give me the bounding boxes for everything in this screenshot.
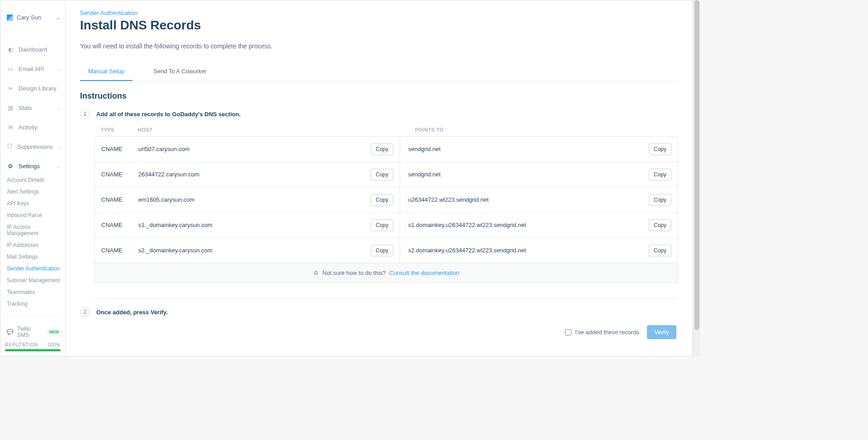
sidebar-divider: [5, 316, 61, 317]
new-badge: NEW: [47, 329, 61, 335]
added-checkbox-label[interactable]: I've added these records.: [565, 329, 641, 336]
copy-points-button[interactable]: Copy: [649, 219, 671, 231]
nav-settings[interactable]: ⚙ Settings ⌄: [5, 156, 61, 176]
reputation-label: REPUTATION: [5, 342, 38, 347]
settings-subnav: Account Details Alert Settings API Keys …: [5, 174, 61, 310]
step-number: 1: [80, 109, 90, 119]
nav-dashboard[interactable]: ◐ Dashboard: [5, 40, 61, 59]
gear-icon: ⚙: [313, 270, 319, 276]
verify-button[interactable]: Verify: [647, 325, 676, 339]
header-host: HOST: [138, 127, 407, 132]
cell-host: em1605.carysun.com Copy: [138, 187, 400, 212]
nav-label: Activity: [19, 124, 37, 131]
subnav-ip-addresses[interactable]: IP Addresses: [5, 239, 61, 251]
reputation-widget: REPUTATION 100%: [5, 342, 61, 351]
cell-points: sendgrid.net Copy: [400, 162, 671, 187]
reputation-bar: [5, 349, 61, 351]
cell-points: sendgrid.net Copy: [400, 137, 671, 161]
step-number: 2: [80, 307, 90, 317]
subnav-teammates[interactable]: Teammates: [5, 286, 61, 298]
instructions-heading: Instructions: [80, 91, 678, 101]
chat-icon: 💬: [7, 329, 14, 335]
nav-label: Email API: [19, 66, 44, 72]
subnav-inbound-parse[interactable]: Inbound Parse: [5, 209, 61, 221]
envelope-icon: ✉: [7, 124, 14, 131]
copy-host-button[interactable]: Copy: [371, 245, 393, 256]
nav-activity[interactable]: ✉ Activity: [5, 118, 61, 137]
cell-type: CNAME: [101, 171, 138, 178]
points-value: s2.domainkey.u26344722.wl223.sendgrid.ne…: [408, 247, 644, 254]
host-value: s1._domainkey.carysun.com: [138, 222, 366, 228]
primary-nav: ◐ Dashboard ▭ Email API ⌄ ✂ Design Libra…: [5, 40, 61, 310]
header-type: TYPE: [101, 127, 138, 132]
copy-host-button[interactable]: Copy: [371, 169, 393, 180]
copy-points-button[interactable]: Copy: [649, 245, 671, 256]
dns-table: CNAME url507.carysun.com Copy sendgrid.n…: [94, 136, 678, 283]
nav-stats[interactable]: ▥ Stats ⌄: [5, 98, 61, 118]
docs-link[interactable]: Consult the documentation: [389, 270, 459, 276]
chevron-down-icon: ⌄: [57, 105, 61, 111]
nav-email-api[interactable]: ▭ Email API ⌄: [5, 59, 61, 79]
nav-design-library[interactable]: ✂ Design Library: [5, 79, 61, 98]
copy-host-button[interactable]: Copy: [371, 143, 393, 155]
host-value: 26344722.carysun.com: [138, 171, 366, 178]
page-title: Install DNS Records: [80, 18, 678, 33]
copy-host-button[interactable]: Copy: [371, 219, 393, 231]
scissors-icon: ✂: [7, 85, 14, 92]
tab-manual-setup[interactable]: Manual Setup: [80, 62, 132, 81]
cell-host: s1._domainkey.carysun.com Copy: [138, 213, 400, 237]
points-value: u26344722.wl223.sendgrid.net: [408, 196, 644, 203]
twilio-sms-link[interactable]: 💬 Twilio SMS NEW: [5, 323, 61, 341]
copy-points-button[interactable]: Copy: [649, 143, 671, 155]
copy-host-button[interactable]: Copy: [371, 194, 393, 206]
cell-points: u26344722.wl223.sendgrid.net Copy: [400, 187, 671, 212]
subnav-sender-authentication[interactable]: Sender Authentication: [5, 263, 61, 274]
subnav-subuser-management[interactable]: Subuser Management: [5, 274, 61, 286]
page-subtitle: You will need to install the following r…: [80, 43, 678, 50]
step-text: Add all of these records to GoDaddy's DN…: [96, 111, 241, 118]
subnav-alert-settings[interactable]: Alert Settings: [5, 186, 61, 198]
shield-icon: ⛉: [7, 144, 13, 150]
account-name: Cary Sun: [17, 14, 41, 21]
tabs: Manual Setup Send To A Coworker: [80, 62, 678, 81]
dns-header-row: TYPE HOST POINTS TO: [94, 123, 678, 136]
cell-type: CNAME: [101, 146, 138, 152]
subnav-account-details[interactable]: Account Details: [5, 174, 61, 186]
twilio-label: Twilio SMS: [17, 326, 44, 338]
copy-points-button[interactable]: Copy: [649, 194, 671, 206]
account-switcher[interactable]: Cary Sun ⌄: [5, 6, 61, 29]
host-value: url507.carysun.com: [138, 146, 366, 152]
app-frame: Cary Sun ⌄ ◐ Dashboard ▭ Email API ⌄ ✂ D…: [0, 0, 693, 356]
points-value: sendgrid.net: [408, 171, 644, 178]
host-value: em1605.carysun.com: [138, 196, 366, 203]
nav-suppressions[interactable]: ⛉ Suppressions ⌄: [5, 137, 61, 156]
subnav-mail-settings[interactable]: Mail Settings: [5, 251, 61, 263]
cell-type: CNAME: [101, 222, 138, 228]
breadcrumb[interactable]: Sender Authentication: [80, 9, 137, 16]
added-checkbox[interactable]: [565, 329, 571, 336]
window-scrollbar[interactable]: [693, 0, 700, 356]
cell-type: CNAME: [101, 247, 138, 254]
dns-row: CNAME url507.carysun.com Copy sendgrid.n…: [95, 137, 678, 161]
subnav-ip-access-management[interactable]: IP Access Management: [5, 221, 61, 239]
scrollbar-thumb[interactable]: [694, 0, 699, 330]
cell-type: CNAME: [101, 196, 138, 203]
subnav-api-keys[interactable]: API Keys: [5, 198, 61, 209]
chevron-down-icon: ⌄: [57, 66, 61, 72]
cell-host: 26344722.carysun.com Copy: [138, 162, 400, 187]
step-1: 1 Add all of these records to GoDaddy's …: [80, 109, 678, 119]
verify-row: I've added these records. Verify: [80, 325, 676, 339]
bar-chart-icon: ▥: [7, 105, 14, 111]
subnav-tracking[interactable]: Tracking: [5, 298, 61, 310]
dns-row: CNAME 26344722.carysun.com Copy sendgrid…: [95, 161, 678, 187]
step-2: 2 Once added, press Verify.: [80, 307, 678, 317]
dns-section: TYPE HOST POINTS TO CNAME url507.carysun…: [94, 123, 678, 283]
dns-row: CNAME s1._domainkey.carysun.com Copy s1.…: [95, 212, 678, 237]
step-text: Once added, press Verify.: [96, 309, 168, 316]
cell-host: url507.carysun.com Copy: [138, 137, 400, 161]
cell-points: s2.domainkey.u26344722.wl223.sendgrid.ne…: [400, 238, 671, 263]
nav-label: Suppressions: [17, 143, 53, 150]
chevron-down-icon: ⌄: [57, 144, 61, 150]
copy-points-button[interactable]: Copy: [649, 169, 671, 180]
tab-send-coworker[interactable]: Send To A Coworker: [145, 62, 215, 81]
